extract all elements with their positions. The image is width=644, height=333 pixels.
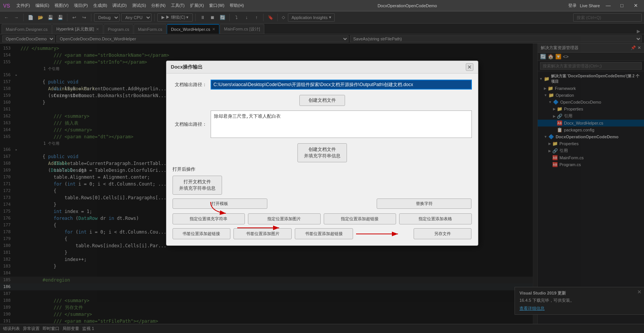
menu-test[interactable]: 测试(S) (130, 2, 149, 9)
menu-build[interactable]: 生成(B) (91, 2, 110, 9)
menu-analyze[interactable]: 分析(N) (149, 2, 168, 9)
title-bar-left: VS 文件(F) 编辑(E) 视图(V) 项目(P) 生成(B) 调试(D) 测… (3, 2, 246, 9)
bookmark-row: 书签位置添加超链接 书签位置添加图片 书签位置添加超链接 另存文件 (173, 228, 472, 239)
menu-tools[interactable]: 工具(T) (169, 2, 187, 9)
bookmark-hyperlink-button[interactable]: 书签位置添加超链接 (173, 228, 231, 239)
create-fill-row: 创建文档文件 并填充字符串信息 (173, 143, 472, 162)
file-path-input1[interactable] (211, 80, 472, 90)
minimize-button[interactable]: — (603, 0, 614, 11)
modal-overlay: Docx操作输出 ✕ 文档输出路径： 创建文档文件 文档输出路径： 创建文档文件… (0, 11, 644, 333)
replace-char-button[interactable]: 替换字符 (377, 199, 471, 209)
arrow-to-save (356, 231, 411, 237)
file-path-row1: 文档输出路径： (173, 80, 472, 90)
menu-view[interactable]: 视图(V) (52, 2, 71, 9)
bookmark-image-button[interactable]: 书签位置添加图片 (233, 228, 292, 239)
open-fill-button[interactable]: 打开文档文件 并填充字符串信息 (173, 176, 222, 195)
four-btn-row: 指定位置填充字符串 指定位置添加图片 指定位置添加超链接 指定位置添加表格 (173, 213, 472, 224)
menu-project[interactable]: 项目(P) (72, 2, 90, 9)
close-button[interactable]: ✕ (630, 0, 641, 11)
field2-label: 文档输出路径： (173, 121, 207, 128)
title-bar-right: 登录 Live Share — □ ✕ (568, 0, 641, 11)
app-title: DocxOperationOpenCodeDemo (377, 3, 437, 8)
template-replace-row: 打开模板 替换字符 (173, 199, 472, 209)
title-bar-center: DocxOperationOpenCodeDemo (246, 3, 568, 8)
docx-operation-modal: Docx操作输出 ✕ 文档输出路径： 创建文档文件 文档输出路径： 创建文档文件… (166, 61, 478, 246)
file-content-textarea[interactable] (211, 110, 472, 138)
menu-extensions[interactable]: 扩展(X) (188, 2, 206, 9)
modal-title-bar: Docx操作输出 ✕ (166, 61, 478, 74)
open-section-label: 打开后操作 (173, 166, 472, 173)
create-doc-row: 创建文档文件 (173, 95, 472, 106)
open-template-button[interactable]: 打开模板 (173, 199, 267, 209)
menu-file[interactable]: 文件(F) (14, 2, 32, 9)
title-bar: VS 文件(F) 编辑(E) 视图(V) 项目(P) 生成(B) 调试(D) 测… (0, 0, 644, 11)
create-doc-button[interactable]: 创建文档文件 (299, 95, 345, 106)
bookmark-hyperlink2-button[interactable]: 书签位置添加超链接 (295, 228, 353, 239)
save-as-button[interactable]: 另存文件 (414, 228, 472, 239)
add-image-button[interactable]: 指定位置添加图片 (248, 213, 321, 224)
fill-placeholder-button[interactable]: 指定位置填充字符串 (173, 213, 245, 224)
maximize-button[interactable]: □ (617, 0, 627, 11)
add-table-button[interactable]: 指定位置添加表格 (399, 213, 472, 224)
file-path-row2: 文档输出路径： (173, 110, 472, 138)
login-button[interactable]: 登录 (568, 3, 577, 8)
menu-window[interactable]: 窗口(W) (207, 2, 227, 9)
app-icon: VS (3, 3, 10, 9)
modal-body: 文档输出路径： 创建文档文件 文档输出路径： 创建文档文件 并填充字符串信息 打… (166, 74, 478, 245)
modal-close-button[interactable]: ✕ (466, 63, 473, 71)
arrow-svg3 (356, 231, 402, 237)
create-fill-button[interactable]: 创建文档文件 并填充字符串信息 (297, 143, 347, 162)
menu-debug[interactable]: 调试(D) (110, 2, 129, 9)
menu-help[interactable]: 帮助(H) (227, 2, 246, 9)
menu-bar: 文件(F) 编辑(E) 视图(V) 项目(P) 生成(B) 调试(D) 测试(S… (14, 2, 246, 9)
field1-label: 文档输出路径： (173, 82, 207, 88)
live-share-button[interactable]: Live Share (580, 3, 600, 8)
menu-edit[interactable]: 编辑(E) (33, 2, 52, 9)
modal-title: Docx操作输出 (171, 64, 203, 70)
add-hyperlink-button[interactable]: 指定位置添加超链接 (324, 213, 396, 224)
open-fill-row: 打开文档文件 并填充字符串信息 (173, 176, 472, 195)
